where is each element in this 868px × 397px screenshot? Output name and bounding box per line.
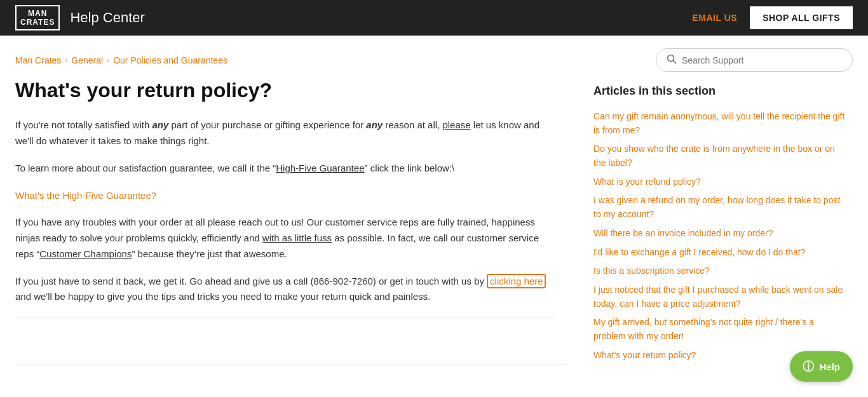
sidebar-list-item: I was given a refund on my order, how lo…: [593, 192, 848, 223]
search-input[interactable]: [682, 55, 842, 65]
sidebar-link-6[interactable]: Is this a subscription service?: [593, 262, 848, 280]
sidebar-link-7[interactable]: I just noticed that the gift I purchased…: [593, 281, 848, 313]
article-title: What's your return policy?: [15, 78, 555, 102]
sidebar-link-2[interactable]: What is your refund policy?: [593, 173, 848, 191]
email-us-button[interactable]: EMAIL US: [679, 13, 750, 23]
sidebar-list-item: What is your refund policy?: [593, 173, 848, 191]
sidebar-list-item: Is this a subscription service?: [593, 262, 848, 280]
breadcrumb-general[interactable]: General: [71, 55, 103, 65]
breadcrumb-sep2: ›: [107, 56, 109, 65]
sidebar-link-5[interactable]: I'd like to exchange a gift I received, …: [593, 244, 848, 262]
breadcrumb-home[interactable]: Man Crates: [15, 55, 61, 65]
sidebar-list-item: I just noticed that the gift I purchased…: [593, 281, 848, 313]
header-left: MAN CRATES Help Center: [15, 5, 145, 31]
logo-line1: MAN: [20, 9, 55, 18]
sidebar-link-0[interactable]: Can my gift remain anonymous, will you t…: [593, 108, 848, 139]
search-wrapper: [656, 48, 853, 72]
article: What's your return policy? If you're not…: [15, 78, 568, 365]
sidebar-list-item: Will there be an invoice included in my …: [593, 225, 848, 243]
help-button[interactable]: ⓘ Help: [790, 351, 853, 382]
shop-all-gifts-button[interactable]: SHOP ALL GIFTS: [750, 6, 853, 29]
sidebar-list-item: Can my gift remain anonymous, will you t…: [593, 108, 848, 139]
svg-line-1: [674, 61, 676, 64]
logo-line2: CRATES: [20, 18, 55, 27]
article-para4: If you just have to send it back, we get…: [15, 274, 555, 306]
high-five-guarantee-link[interactable]: High-Five Guarantee: [276, 163, 364, 173]
breadcrumb: Man Crates › General › Our Policies and …: [15, 55, 227, 65]
sidebar-list-item: Do you show who the crate is from anywhe…: [593, 140, 848, 172]
search-icon: [667, 54, 677, 66]
sidebar-list: Can my gift remain anonymous, will you t…: [593, 108, 848, 364]
help-icon: ⓘ: [803, 359, 814, 374]
sidebar-list-item: My gift arrived, but something's not qui…: [593, 314, 848, 345]
article-high-five-link-para: What's the High-Five Guarantee?: [15, 188, 555, 204]
customer-champions-link[interactable]: Customer Champions: [39, 248, 132, 259]
sidebar-link-1[interactable]: Do you show who the crate is from anywhe…: [593, 140, 848, 172]
breadcrumb-bar: Man Crates › General › Our Policies and …: [0, 36, 868, 78]
article-para1: If you're not totally satisfied with any…: [15, 118, 555, 149]
sidebar-link-3[interactable]: I was given a refund on my order, how lo…: [593, 192, 848, 223]
sidebar-link-4[interactable]: Will there be an invoice included in my …: [593, 225, 848, 243]
article-para2: To learn more about our satisfaction gua…: [15, 161, 555, 177]
article-divider: [15, 318, 555, 318]
main-content: What's your return policy? If you're not…: [0, 78, 868, 391]
breadcrumb-sep1: ›: [65, 56, 67, 65]
breadcrumb-current: Our Policies and Guarantees: [113, 55, 227, 65]
sidebar-title: Articles in this section: [593, 84, 848, 98]
sidebar: Articles in this section Can my gift rem…: [593, 78, 848, 365]
clicking-here-link[interactable]: clicking here: [487, 274, 546, 288]
sidebar-list-item: I'd like to exchange a gift I received, …: [593, 244, 848, 262]
high-five-link[interactable]: What's the High-Five Guarantee?: [15, 190, 156, 201]
header: MAN CRATES Help Center EMAIL US SHOP ALL…: [0, 0, 868, 36]
header-right: EMAIL US SHOP ALL GIFTS: [679, 6, 853, 29]
article-body: If you're not totally satisfied with any…: [15, 118, 555, 305]
help-button-label: Help: [819, 361, 840, 372]
logo: MAN CRATES: [15, 5, 60, 31]
header-title: Help Center: [70, 10, 144, 26]
article-para3: If you have any troubles with your order…: [15, 215, 555, 262]
sidebar-link-8[interactable]: My gift arrived, but something's not qui…: [593, 314, 848, 345]
